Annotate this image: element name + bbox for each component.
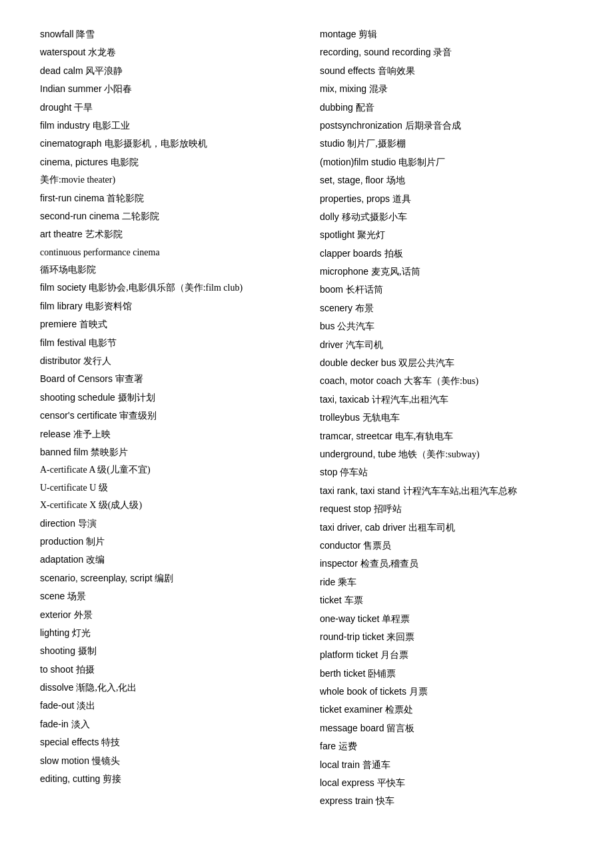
list-item: production 制片 <box>40 534 293 549</box>
list-item: waterspout 水龙卷 <box>40 45 293 60</box>
list-item: to shoot 拍摄 <box>40 662 293 677</box>
list-item: snowfall 降雪 <box>40 27 293 42</box>
list-item: express train 快车 <box>320 793 573 809</box>
list-item: release 准予上映 <box>40 427 293 442</box>
list-item: tramcar, streetcar 电车,有轨电车 <box>320 429 573 444</box>
list-item: first-run cinema 首轮影院 <box>40 191 293 206</box>
list-item: spotlight 聚光灯 <box>320 227 573 243</box>
list-item: exterior 外景 <box>40 607 293 623</box>
list-item: whole book of tickets 月票 <box>320 684 573 699</box>
list-item: shooting schedule 摄制计划 <box>40 390 293 405</box>
list-item: one-way ticket 单程票 <box>320 611 573 627</box>
list-item: film industry 电影工业 <box>40 118 293 133</box>
list-item: recording, sound recording 录音 <box>320 45 573 60</box>
list-item: premiere 首映式 <box>40 317 293 332</box>
list-item: drought 干旱 <box>40 100 293 115</box>
list-item: underground, tube 地铁（美作:subway) <box>320 447 573 462</box>
list-item: berth ticket 卧铺票 <box>320 666 573 681</box>
list-item: A-certificate A 级(儿童不宜) <box>40 463 293 477</box>
list-item: scenario, screenplay, script 编剧 <box>40 571 293 586</box>
list-item: fade-in 淡入 <box>40 717 293 732</box>
list-item: studio 制片厂,摄影棚 <box>320 136 573 151</box>
list-item: ticket examiner 检票处 <box>320 702 573 717</box>
list-item: local express 平快车 <box>320 775 573 791</box>
left-column: snowfall 降雪waterspout 水龙卷dead calm 风平浪静I… <box>40 27 293 809</box>
list-item: platform ticket 月台票 <box>320 647 573 663</box>
list-item: taxi driver, cab driver 出租车司机 <box>320 520 573 535</box>
list-item: film festival 电影节 <box>40 335 293 351</box>
list-item: direction 导演 <box>40 516 293 531</box>
list-item: postsynchronization 后期录音合成 <box>320 118 573 133</box>
list-item: film society 电影协会,电影俱乐部（美作:film club) <box>40 280 293 295</box>
list-item: film library 电影资料馆 <box>40 299 293 314</box>
list-item: microphone 麦克风,话筒 <box>320 264 573 279</box>
list-item: sound effects 音响效果 <box>320 63 573 79</box>
list-item: inspector 检查员,稽查员 <box>320 556 573 571</box>
list-item: conductor 售票员 <box>320 538 573 553</box>
list-item: dolly 移动式摄影小车 <box>320 209 573 225</box>
list-item: fade-out 淡出 <box>40 698 293 713</box>
list-item: mix, mixing 混录 <box>320 81 573 97</box>
list-item: dubbing 配音 <box>320 100 573 115</box>
list-item: 美作:movie theater) <box>40 173 293 187</box>
list-item: taxi, taxicab 计程汽车,出租汽车 <box>320 392 573 407</box>
list-item: double decker bus 双层公共汽车 <box>320 355 573 371</box>
list-item: adaptation 改编 <box>40 552 293 567</box>
list-item: banned film 禁映影片 <box>40 445 293 460</box>
list-item: stop 停车站 <box>320 465 573 480</box>
list-item: round-trip ticket 来回票 <box>320 629 573 645</box>
list-item: coach, motor coach 大客车（美作:bus) <box>320 373 573 389</box>
list-item: Board of Censors 审查署 <box>40 371 293 387</box>
list-item: local train 普通车 <box>320 757 573 773</box>
list-item: clapper boards 拍板 <box>320 246 573 261</box>
right-column: montage 剪辑recording, sound recording 录音s… <box>320 27 573 809</box>
list-item: scenery 布景 <box>320 301 573 316</box>
list-item: dead calm 风平浪静 <box>40 63 293 79</box>
list-item: taxi rank, taxi stand 计程汽车车站,出租汽车总称 <box>320 483 573 499</box>
list-item: request stop 招呼站 <box>320 501 573 517</box>
list-item: U-certificate U 级 <box>40 481 293 495</box>
list-item: slow motion 慢镜头 <box>40 753 293 769</box>
list-item: shooting 摄制 <box>40 643 293 659</box>
list-item: second-run cinema 二轮影院 <box>40 209 293 224</box>
list-item: bus 公共汽车 <box>320 319 573 334</box>
list-item: trolleybus 无轨电车 <box>320 410 573 425</box>
list-item: scene 场景 <box>40 589 293 604</box>
list-item: montage 剪辑 <box>320 27 573 42</box>
main-content: snowfall 降雪waterspout 水龙卷dead calm 风平浪静I… <box>40 27 573 809</box>
list-item: properties, props 道具 <box>320 191 573 207</box>
list-item: continuous performance cinema <box>40 245 293 260</box>
list-item: editing, cutting 剪接 <box>40 771 293 787</box>
list-item: cinematograph 电影摄影机，电影放映机 <box>40 136 293 151</box>
list-item: special effects 特技 <box>40 735 293 750</box>
list-item: lighting 灯光 <box>40 625 293 641</box>
list-item: X-certificate X 级(成人级) <box>40 498 293 513</box>
list-item: art theatre 艺术影院 <box>40 227 293 242</box>
list-item: 循环场电影院 <box>40 263 293 277</box>
list-item: distributor 发行人 <box>40 353 293 369</box>
list-item: (motion)film studio 电影制片厂 <box>320 155 573 170</box>
list-item: ride 乘车 <box>320 575 573 590</box>
list-item: dissolve 渐隐,化入,化出 <box>40 680 293 695</box>
list-item: ticket 车票 <box>320 593 573 608</box>
list-item: message board 留言板 <box>320 721 573 736</box>
list-item: driver 汽车司机 <box>320 337 573 353</box>
list-item: set, stage, floor 场地 <box>320 173 573 188</box>
list-item: boom 长杆话筒 <box>320 282 573 297</box>
list-item: fare 运费 <box>320 739 573 754</box>
list-item: Indian summer 小阳春 <box>40 81 293 97</box>
list-item: censor's certificate 审查级别 <box>40 408 293 423</box>
list-item: cinema, pictures 电影院 <box>40 155 293 170</box>
